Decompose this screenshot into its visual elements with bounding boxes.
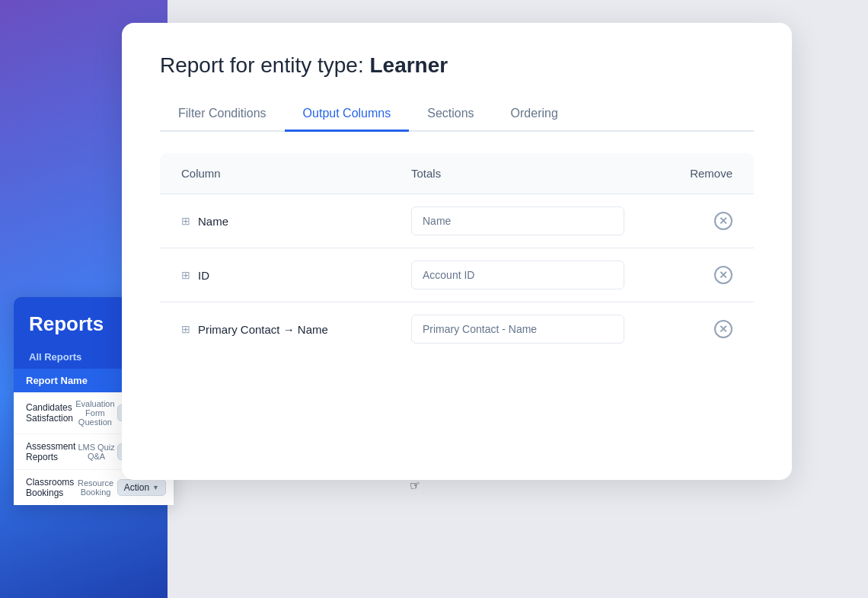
drag-handle-icon[interactable]: ⊞ bbox=[181, 323, 190, 335]
remove-header: Remove bbox=[641, 167, 732, 180]
table-row: ⊞ Primary Contact → Name ✕ bbox=[160, 302, 754, 356]
totals-cell-2 bbox=[411, 261, 641, 289]
report-name-3: Classrooms Bookings bbox=[26, 477, 74, 498]
remove-icon-3[interactable]: ✕ bbox=[714, 320, 732, 338]
report-name-1: Candidates Satisfaction bbox=[26, 402, 73, 424]
column-name-1: ⊞ Name bbox=[181, 215, 411, 228]
tab-filter-conditions[interactable]: Filter Conditions bbox=[160, 99, 285, 132]
report-type-3: Resource Booking bbox=[74, 478, 116, 497]
column-name-2: ⊞ ID bbox=[181, 269, 411, 282]
report-type-1: Evaluation Form Question bbox=[73, 399, 117, 427]
report-type-2: LMS Quiz Q&A bbox=[75, 443, 116, 461]
tab-sections[interactable]: Sections bbox=[409, 99, 492, 132]
totals-input-2[interactable] bbox=[411, 261, 624, 289]
remove-icon-1[interactable]: ✕ bbox=[714, 212, 732, 230]
action-button-3[interactable]: Action ▼ bbox=[117, 479, 166, 496]
remove-button-1[interactable]: ✕ bbox=[641, 212, 732, 230]
table-row: ⊞ ID ✕ bbox=[160, 248, 754, 302]
totals-cell-3 bbox=[411, 315, 641, 344]
tab-output-columns[interactable]: Output Columns bbox=[285, 99, 410, 132]
totals-header: Totals bbox=[411, 167, 641, 180]
report-name-2: Assessment Reports bbox=[26, 441, 75, 462]
page-title: Report for entity type: Learner bbox=[160, 53, 754, 78]
table-header-row: Column Totals Remove bbox=[160, 153, 754, 194]
totals-input-3[interactable] bbox=[411, 315, 624, 344]
tab-ordering[interactable]: Ordering bbox=[493, 99, 576, 132]
totals-input-1[interactable] bbox=[411, 206, 624, 235]
column-name-3: ⊞ Primary Contact → Name bbox=[181, 323, 411, 336]
drag-handle-icon[interactable]: ⊞ bbox=[181, 215, 190, 227]
totals-cell-1 bbox=[411, 206, 641, 235]
table-row: ⊞ Name ✕ bbox=[160, 194, 754, 248]
cursor-pointer-icon: ☞ bbox=[408, 478, 421, 494]
remove-button-3[interactable]: ✕ bbox=[641, 320, 732, 338]
chevron-down-icon: ▼ bbox=[152, 484, 159, 491]
remove-icon-2[interactable]: ✕ bbox=[714, 266, 732, 284]
column-header: Column bbox=[181, 167, 411, 180]
main-card: Report for entity type: Learner Filter C… bbox=[122, 23, 792, 480]
output-columns-table: Column Totals Remove ⊞ Name ✕ ⊞ ID bbox=[160, 153, 754, 356]
remove-button-2[interactable]: ✕ bbox=[641, 266, 732, 284]
drag-handle-icon[interactable]: ⊞ bbox=[181, 269, 190, 281]
tabs-bar: Filter Conditions Output Columns Section… bbox=[160, 99, 754, 132]
